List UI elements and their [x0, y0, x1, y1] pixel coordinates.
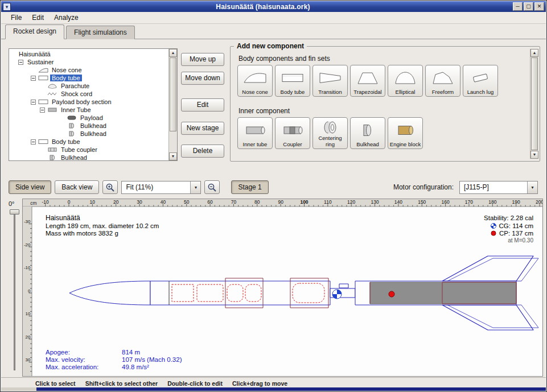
svg-text:0: 0 [68, 199, 71, 205]
inner-tube-icon [242, 119, 268, 142]
add-freeform-button[interactable]: Freeform [425, 65, 460, 97]
move-up-button[interactable]: Move up [181, 53, 224, 66]
add-coupler-button[interactable]: Coupler [275, 117, 310, 149]
group-title: Add new component [234, 42, 307, 50]
add-engine-block-button[interactable]: Engine block [388, 117, 423, 149]
tree-item-haisunäätä[interactable]: Haisunäätä [9, 50, 168, 58]
add-nose-cone-button[interactable]: Nose cone [237, 65, 273, 97]
scroll-up-icon[interactable]: ▲ [530, 49, 538, 57]
zoom-in-button[interactable] [102, 180, 118, 194]
max-acceleration-value: 49.8 m/s² [122, 364, 149, 370]
svg-text:70: 70 [231, 199, 237, 205]
cp-legend-icon [491, 231, 496, 236]
tree-expander-icon[interactable] [40, 108, 45, 113]
rocket-canvas-area: 0° cm -100102030405060708090100110120130… [5, 199, 543, 377]
tree-scrollbar[interactable]: ▲ ▼ [168, 49, 177, 160]
add-bulkhead-button[interactable]: Bulkhead [350, 117, 385, 149]
launch-lug-shape[interactable] [339, 284, 348, 288]
app-window: ▾ Haisunäätä (haisunaata.ork) ─ ▢ ✕ File… [0, 0, 547, 392]
cg-legend-icon [491, 224, 496, 229]
cp-marker-icon [389, 291, 394, 297]
rotation-slider[interactable] [14, 212, 15, 370]
minimize-button[interactable]: ─ [513, 2, 523, 11]
transition-icon [318, 67, 343, 89]
add-inner-tube-button[interactable]: Inner tube [237, 117, 273, 149]
scroll-up-icon[interactable]: ▲ [169, 49, 177, 57]
rotation-slider-handle[interactable] [10, 209, 19, 214]
tree-item-nose-cone[interactable]: Nose cone [9, 66, 168, 74]
scrollbar-thumb[interactable] [170, 57, 176, 131]
delete-button[interactable]: Delete [181, 145, 224, 158]
tree-item-shock-cord[interactable]: Shock cord [9, 90, 168, 98]
menu-edit[interactable]: Edit [27, 13, 49, 23]
add-trapezoidal-button[interactable]: Trapezoidal [350, 65, 385, 97]
new-stage-button[interactable]: New stage [181, 122, 224, 135]
motor-configuration-value: [J115-P] [460, 183, 527, 191]
tree-item-bulkhead[interactable]: Bulkhead [9, 122, 168, 130]
tree-item-body-tube[interactable]: Body tube [9, 74, 168, 82]
menu-analyze[interactable]: Analyze [49, 13, 84, 23]
window-menu-icon[interactable]: ▾ [3, 3, 11, 11]
motor-configuration-select[interactable]: [J115-P] ▾ [459, 181, 538, 194]
tab-flight-simulations[interactable]: Flight simulations [66, 26, 135, 39]
zoom-out-button[interactable] [204, 180, 220, 194]
vertical-ruler: -30-20-100102030 [23, 207, 32, 376]
zoom-select[interactable]: Fit (11%) ▾ [121, 181, 201, 194]
tree-item-inner-tube[interactable]: Inner Tube [9, 106, 168, 114]
magnifier-plus-icon [105, 183, 115, 192]
magnifier-minus-icon [207, 183, 217, 192]
add-centering-ring-button[interactable]: Centering ring [312, 117, 348, 149]
bulkhead-icon [47, 155, 57, 160]
tree-item-payload-body-section[interactable]: Payload body section [9, 98, 168, 106]
svg-text:90: 90 [278, 199, 283, 205]
scroll-down-icon[interactable]: ▼ [169, 152, 177, 160]
tab-rocket-design[interactable]: Rocket design [5, 24, 64, 39]
stage-1-toggle[interactable]: Stage 1 [231, 180, 268, 194]
view-toolbar: Side view Back view Fit (11%) ▾ Stage 1 … [1, 176, 546, 199]
tree-item-payload[interactable]: Payload [9, 114, 168, 122]
close-button[interactable]: ✕ [534, 2, 544, 11]
tree-item-bulkhead[interactable]: Bulkhead [9, 130, 168, 138]
rocket-diagram[interactable] [69, 256, 538, 330]
fin-bottom-shape[interactable] [442, 305, 533, 330]
maximize-button[interactable]: ▢ [524, 2, 533, 11]
titlebar[interactable]: ▾ Haisunäätä (haisunaata.ork) ─ ▢ ✕ [1, 1, 546, 12]
svg-text:170: 170 [465, 199, 473, 205]
fin-far-bottom-shape[interactable] [447, 305, 538, 328]
nose-cone-shape[interactable] [69, 281, 150, 305]
cg-marker-icon [332, 290, 342, 299]
tree-expander-icon[interactable] [31, 100, 36, 105]
fin-far-top-shape[interactable] [447, 258, 538, 281]
add-transition-button[interactable]: Transition [312, 65, 348, 97]
parachute-icon [47, 83, 57, 89]
tree-item-tube-coupler[interactable]: Tube coupler [9, 146, 168, 154]
tree-item-body-tube[interactable]: Body tube [9, 138, 168, 146]
scroll-down-icon[interactable]: ▼ [530, 151, 538, 159]
tree-item-sustainer[interactable]: Sustainer [9, 58, 168, 66]
tree-item-parachute[interactable]: Parachute [9, 82, 168, 90]
tree-expander-icon[interactable] [31, 139, 36, 145]
rocket-drawing[interactable]: cm -100102030405060708090100110120130140… [22, 199, 543, 377]
rotation-angle-label: 0° [9, 200, 15, 207]
side-view-button[interactable]: Side view [9, 180, 51, 194]
menu-file[interactable]: File [6, 13, 27, 23]
add-launch-lug-button[interactable]: Launch lug [463, 65, 498, 97]
statusbar: Click to selectShift+click to select oth… [1, 377, 546, 389]
cp-value-label: CP: 137 cm [499, 230, 533, 237]
svg-text:80: 80 [254, 199, 260, 205]
chevron-down-icon[interactable]: ▾ [190, 181, 200, 193]
svg-text:30: 30 [26, 357, 31, 362]
tree-item-bulkhead[interactable]: Bulkhead [9, 154, 168, 161]
chevron-down-icon[interactable]: ▾ [527, 181, 537, 193]
move-down-button[interactable]: Move down [181, 72, 224, 85]
back-view-button[interactable]: Back view [55, 180, 99, 194]
svg-text:130: 130 [371, 199, 379, 205]
add-elliptical-button[interactable]: Elliptical [388, 65, 423, 97]
scrollbar-thumb[interactable] [531, 57, 538, 150]
fin-top-shape[interactable] [442, 256, 533, 281]
tree-expander-icon[interactable] [31, 76, 36, 81]
edit-button[interactable]: Edit [181, 98, 224, 112]
add-body-tube-button[interactable]: Body tube [275, 65, 310, 97]
component-panel-scrollbar[interactable]: ▲ ▼ [530, 49, 538, 159]
tree-expander-icon[interactable] [18, 60, 23, 65]
